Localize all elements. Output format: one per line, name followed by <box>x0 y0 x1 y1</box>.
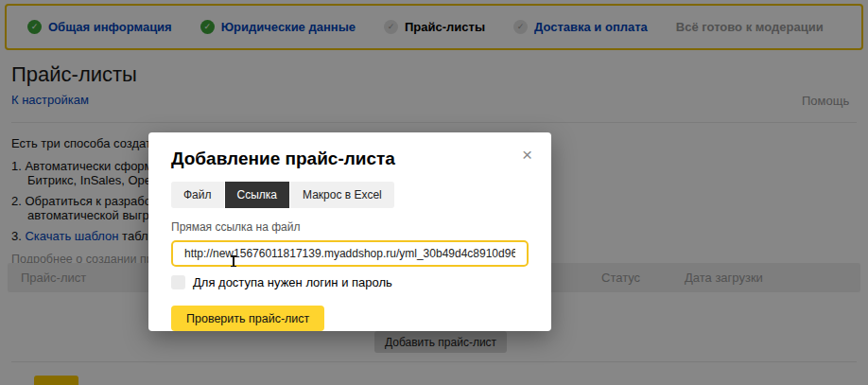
source-type-tabs: Файл Ссылка Макрос в Excel <box>171 182 394 208</box>
checkbox-label: Для доступа нужен логин и пароль <box>193 275 392 289</box>
dialog-title: Добавление прайс-листа <box>171 149 529 169</box>
tab-file[interactable]: Файл <box>171 182 224 208</box>
auth-required-checkbox-row[interactable]: Для доступа нужен логин и пароль <box>171 275 529 289</box>
url-field-label: Прямая ссылка на файл <box>171 220 529 234</box>
checkbox-unchecked[interactable] <box>171 275 185 289</box>
tab-excel-macro[interactable]: Макрос в Excel <box>290 182 394 208</box>
add-pricelist-dialog: Добавление прайс-листа × Файл Ссылка Мак… <box>148 132 551 331</box>
text-cursor-icon <box>233 255 234 267</box>
app-window: ✓ Общая информация ✓ Юридические данные … <box>0 0 868 385</box>
pricelist-url-input[interactable] <box>171 240 529 267</box>
close-icon[interactable]: × <box>518 142 536 167</box>
check-pricelist-button[interactable]: Проверить прайс-лист <box>171 306 324 331</box>
tab-link[interactable]: Ссылка <box>225 182 289 208</box>
